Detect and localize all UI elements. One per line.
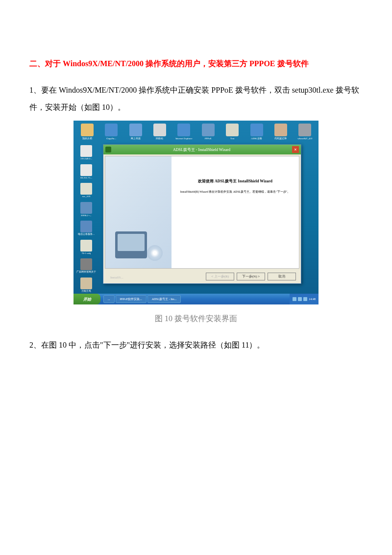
- app-icon: [80, 183, 92, 195]
- app-icon: [80, 278, 92, 289]
- section-heading: 二、对于 Windos9X/ME/NT/2000 操作系统的用户，安装第三方 P…: [29, 59, 363, 69]
- close-icon[interactable]: ×: [292, 146, 299, 153]
- desktop-icon[interactable]: whose847_422: [295, 124, 315, 140]
- wizard-welcome-heading: 欢迎使用 ADSL拨号王 InstallShield Wizard: [178, 178, 292, 184]
- desktop-icon[interactable]: 220.249.2...: [75, 145, 97, 160]
- icon-label: 网上邻居: [126, 137, 145, 140]
- wizard-titlebar: ADSL拨号王 - InstallShield Wizard ×: [103, 145, 301, 154]
- app-icon: [202, 124, 215, 136]
- desktop-icon[interactable]: 网上邻居: [126, 124, 145, 140]
- app-icon: [80, 145, 92, 157]
- desktop-icon[interactable]: 60.251.71...: [75, 164, 97, 179]
- screenshot-container: 我的文档CopySo...网上邻居回收站Internet ExplorerPPP…: [29, 121, 363, 306]
- icon-label: 代码速记簿: [271, 137, 290, 140]
- app-icon: [80, 258, 92, 270]
- icon-label: ADSL业务: [247, 137, 266, 140]
- app-icon: [80, 164, 92, 176]
- taskbar-clock: 14:48: [309, 298, 316, 301]
- desktop-icon[interactable]: ADSL业务: [247, 124, 266, 140]
- monitor-icon: [115, 231, 147, 258]
- app-icon: [250, 124, 263, 136]
- icon-label: 我的文档: [77, 137, 97, 140]
- wizard-app-icon: [105, 147, 111, 152]
- icon-label: CopySo...: [101, 137, 121, 140]
- app-icon: [153, 124, 166, 136]
- desktop-icon[interactable]: 回收站: [150, 124, 169, 140]
- desktop-icon[interactable]: Internet Explorer: [174, 124, 194, 140]
- app-icon: [80, 240, 92, 252]
- taskbar-item[interactable]: ADSL拨号王 - Ins...: [147, 295, 181, 303]
- icon-label: 广东网管家网关于: [76, 271, 96, 274]
- next-button[interactable]: 下一步(N) >: [237, 273, 265, 280]
- app-icon: [105, 124, 118, 136]
- desktop-icon[interactable]: 我的文档: [77, 124, 97, 140]
- desktop-icon[interactable]: 电信公务服务...: [75, 221, 97, 236]
- wizard-title-text: ADSL拨号王 - InstallShield Wizard: [113, 147, 290, 152]
- install-wizard-window: ADSL拨号王 - InstallShield Wizard × 欢迎使用 AD…: [103, 144, 301, 284]
- wizard-body: 欢迎使用 ADSL拨号王 InstallShield Wizard Instal…: [105, 156, 299, 269]
- app-icon: [129, 124, 142, 136]
- app-icon: [80, 221, 92, 232]
- taskbar-items: ...PPPoE软件安装...ADSL拨号王 - Ins...: [103, 295, 181, 303]
- icon-label: Test: [222, 137, 242, 140]
- desktop-background: 我的文档CopySo...网上邻居回收站Internet ExplorerPPP…: [74, 121, 318, 294]
- taskbar-item[interactable]: PPPoE软件安装...: [116, 295, 147, 303]
- icon-label: see_019: [82, 195, 90, 198]
- icon-label: 60.251.71...: [80, 177, 92, 179]
- tray-icon: [298, 297, 302, 301]
- icon-label: Internet Explorer: [174, 137, 194, 140]
- paragraph-1: 1、要在 Windos9X/ME/NT/2000 操作系统中正确安装 PPPoE…: [29, 81, 363, 116]
- installshield-label: InstallS...: [110, 276, 123, 279]
- back-button[interactable]: < 上一步(B): [206, 273, 234, 280]
- desktop-icon[interactable]: PPP8.2 -...: [75, 202, 97, 217]
- app-icon: [298, 124, 311, 136]
- desktop-icon[interactable]: 76-1-eshj: [75, 240, 97, 255]
- wizard-side-graphic: [105, 156, 172, 268]
- desktop-icon[interactable]: PPPoE: [198, 124, 218, 140]
- desktop-icon-row: 我的文档CopySo...网上邻居回收站Internet ExplorerPPP…: [77, 124, 315, 140]
- desktop-icon[interactable]: CopySo...: [101, 124, 121, 140]
- taskbar: 开始 ...PPPoE软件安装...ADSL拨号王 - Ins... 14:48: [74, 294, 318, 304]
- embedded-screenshot: 我的文档CopySo...网上邻居回收站Internet ExplorerPPP…: [74, 121, 318, 304]
- icon-label: 电信公务服务...: [78, 233, 95, 236]
- icon-label: whose847_422: [295, 137, 315, 140]
- icon-label: 220.249.2...: [80, 157, 92, 160]
- icon-label: 回收站: [150, 137, 169, 140]
- system-tray: 14:48: [290, 294, 318, 304]
- desktop-icon[interactable]: 万能五笔: [75, 278, 97, 293]
- paragraph-2: 2、在图 10 中，点击"下一步"进行安装，选择安装路径（如图 11）。: [29, 336, 363, 353]
- wizard-button-row: < 上一步(B) 下一步(N) > 取消: [206, 273, 296, 280]
- start-button[interactable]: 开始: [74, 294, 100, 304]
- app-icon: [226, 124, 239, 136]
- desktop-icon[interactable]: 广东网管家网关于: [75, 258, 97, 274]
- app-icon: [80, 202, 92, 214]
- app-icon: [274, 124, 287, 136]
- cd-icon: [147, 245, 163, 261]
- desktop-icon[interactable]: Test: [222, 124, 242, 140]
- figure-caption: 图 10 拨号软件安装界面: [29, 314, 363, 324]
- desktop-icon[interactable]: see_019: [75, 183, 97, 198]
- wizard-content: 欢迎使用 ADSL拨号王 InstallShield Wizard Instal…: [172, 156, 299, 268]
- icon-label: PPPoE: [198, 137, 218, 140]
- tray-icon: [303, 297, 307, 301]
- desktop-icon[interactable]: 代码速记簿: [271, 124, 290, 140]
- wizard-description: InstallShield(R) Wizard 将在计算机中安装 ADSL拨号王…: [178, 190, 292, 194]
- tray-icon: [293, 297, 296, 301]
- desktop-left-column: 220.249.2...60.251.71...see_019PPP8.2 -.…: [75, 145, 97, 292]
- taskbar-item[interactable]: ...: [103, 295, 115, 303]
- app-icon: [177, 124, 190, 136]
- cancel-button[interactable]: 取消: [268, 273, 296, 280]
- app-icon: [81, 124, 94, 136]
- icon-label: PPP8.2 -...: [81, 214, 91, 217]
- icon-label: 万能五笔: [81, 290, 91, 293]
- icon-label: 76-1-eshj: [82, 252, 91, 255]
